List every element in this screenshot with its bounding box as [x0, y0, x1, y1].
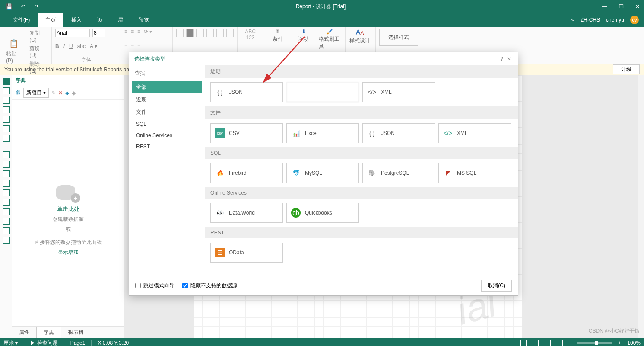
paste-button[interactable]: 粘贴(P) — [3, 49, 24, 64]
search-input[interactable] — [132, 68, 202, 78]
vtool-16-icon[interactable] — [3, 227, 10, 234]
upgrade-button[interactable]: 升级 — [613, 64, 640, 74]
align-right-icon[interactable]: ≡ — [137, 29, 140, 35]
user-name[interactable]: chen yu — [606, 17, 624, 23]
vtool-13-icon[interactable] — [3, 199, 10, 206]
tile-recent-xml[interactable]: </>XML — [362, 82, 435, 102]
tab-insert[interactable]: 插入 — [63, 13, 89, 27]
minimize-icon[interactable]: — — [601, 3, 609, 10]
align-center-icon[interactable]: ≡ — [131, 29, 134, 35]
cancel-button[interactable]: 取消(C) — [481, 280, 512, 292]
vtool-1-icon[interactable] — [3, 78, 10, 85]
help-icon[interactable]: ? — [498, 56, 505, 62]
zoom-out-button[interactable]: – — [569, 340, 572, 346]
border-2-icon[interactable] — [186, 29, 194, 37]
tab-properties[interactable]: 属性 — [12, 327, 36, 338]
vtool-6-icon[interactable] — [3, 125, 10, 132]
cat-sql[interactable]: SQL — [132, 119, 202, 130]
border-3-icon[interactable] — [196, 29, 203, 37]
cat-all[interactable]: 全部 — [132, 81, 202, 93]
hide-unsupported-checkbox[interactable]: 隐藏不支持的数据源 — [182, 282, 237, 289]
font-color-button[interactable]: A ▾ — [90, 43, 97, 49]
tab-dictionary[interactable]: 字典 — [36, 327, 61, 338]
vtool-10-icon[interactable] — [3, 170, 10, 177]
cat-rest[interactable]: REST — [132, 141, 202, 152]
tile-postgresql[interactable]: 🐘PostgreSQL — [362, 163, 435, 183]
skip-wizard-checkbox[interactable]: 跳过模式向导 — [135, 282, 174, 289]
cat-online[interactable]: Online Services — [132, 130, 202, 141]
tile-mssql[interactable]: ◤MS SQL — [438, 163, 511, 183]
vtool-17-icon[interactable] — [3, 237, 10, 244]
tile-dataworld[interactable]: 👀Data.World — [210, 203, 283, 223]
vertical-scrollbar[interactable] — [638, 75, 644, 338]
tile-odata[interactable]: ☰OData — [210, 243, 283, 263]
select-style-button[interactable]: 选择样式 — [379, 29, 418, 46]
cat-files[interactable]: 文件 — [132, 106, 202, 119]
view-4-icon[interactable] — [557, 340, 563, 346]
border-1-icon[interactable] — [176, 29, 184, 37]
delete-icon[interactable]: ✕ — [58, 90, 63, 96]
tile-quickbooks[interactable]: qbQuickbooks — [286, 203, 359, 223]
vtool-14-icon[interactable] — [3, 208, 10, 215]
tile-excel[interactable]: 📊Excel — [286, 123, 359, 143]
valign-mid-icon[interactable]: ≡ — [131, 43, 134, 49]
tile-recent-blurred[interactable] — [286, 82, 359, 102]
tab-layer[interactable]: 层 — [110, 13, 131, 27]
style-designer-button[interactable]: AA 样式设计 — [349, 29, 371, 45]
valign-top-icon[interactable]: ≡ — [124, 43, 127, 49]
view-2-icon[interactable] — [533, 340, 539, 346]
vtool-12-icon[interactable] — [3, 189, 10, 196]
bold-button[interactable]: B — [55, 43, 59, 49]
unit-selector[interactable]: 厘米 ▾ — [3, 340, 18, 346]
click-here-link[interactable]: 单击此处 — [57, 205, 79, 213]
interaction-button[interactable]: ⬇ 互动 — [293, 29, 314, 43]
tile-csv[interactable]: csvCSV — [210, 123, 283, 143]
font-family[interactable] — [55, 29, 90, 37]
vtool-3-icon[interactable] — [3, 97, 10, 104]
border-5-icon[interactable] — [216, 29, 224, 37]
tile-json[interactable]: { }JSON — [362, 123, 435, 143]
vtool-8-icon[interactable] — [3, 151, 10, 158]
align-left-icon[interactable]: ≡ — [124, 29, 127, 35]
copy-button[interactable]: 复制(C) — [27, 29, 48, 44]
format-painter-button[interactable]: 🖌️ 格式刷工具 — [319, 29, 340, 50]
tab-home[interactable]: 主页 — [38, 13, 63, 27]
undo-icon[interactable]: ↶ — [19, 3, 27, 10]
show-more-link[interactable]: 显示增加 — [58, 249, 79, 256]
save-icon[interactable]: 💾 — [5, 3, 13, 10]
view-3-icon[interactable] — [545, 340, 551, 346]
up-icon[interactable]: ◆ — [65, 90, 69, 96]
vtool-5-icon[interactable] — [3, 116, 10, 123]
font-size[interactable] — [92, 29, 105, 37]
cut-button[interactable]: 剪切(U) — [27, 44, 48, 59]
vtool-4-icon[interactable] — [3, 106, 10, 113]
down-icon[interactable]: ◆ — [72, 90, 76, 96]
tab-report-tree[interactable]: 报表树 — [61, 327, 91, 338]
page-indicator[interactable]: Page1 — [70, 340, 86, 346]
lang-selector[interactable]: ZH-CHS — [581, 17, 600, 23]
zoom-label[interactable]: 100% — [627, 340, 641, 346]
vtool-11-icon[interactable] — [3, 180, 10, 187]
edit-icon[interactable]: ✎ — [51, 90, 56, 96]
zoom-in-button[interactable]: + — [618, 340, 621, 346]
strike-button[interactable]: abc — [77, 43, 86, 49]
valign-bot-icon[interactable]: ≡ — [137, 43, 140, 49]
redo-icon[interactable]: ↷ — [33, 3, 41, 10]
cat-recent[interactable]: 近期 — [132, 93, 202, 106]
paste-icon[interactable]: 📋 — [9, 39, 19, 48]
maximize-icon[interactable]: ❐ — [617, 3, 625, 10]
close-icon[interactable]: ✕ — [634, 3, 641, 10]
vtool-2-icon[interactable] — [3, 87, 10, 94]
tile-mysql[interactable]: 🐬MySQL — [286, 163, 359, 183]
tab-preview[interactable]: 预览 — [131, 13, 157, 27]
new-item-button[interactable]: 新项目 ▾ — [23, 88, 49, 98]
rotate-icon[interactable]: ⟳ ▾ — [144, 29, 152, 35]
avatar[interactable]: cy — [630, 16, 639, 24]
tile-recent-json[interactable]: { }JSON — [210, 82, 283, 102]
vtool-7-icon[interactable] — [3, 135, 10, 142]
vtool-9-icon[interactable] — [3, 161, 10, 168]
tab-page[interactable]: 页 — [89, 13, 110, 27]
dialog-close-icon[interactable]: ✕ — [505, 56, 513, 62]
view-1-icon[interactable] — [520, 340, 527, 346]
check-issues-button[interactable]: ▶ 检查问题 — [30, 340, 57, 346]
